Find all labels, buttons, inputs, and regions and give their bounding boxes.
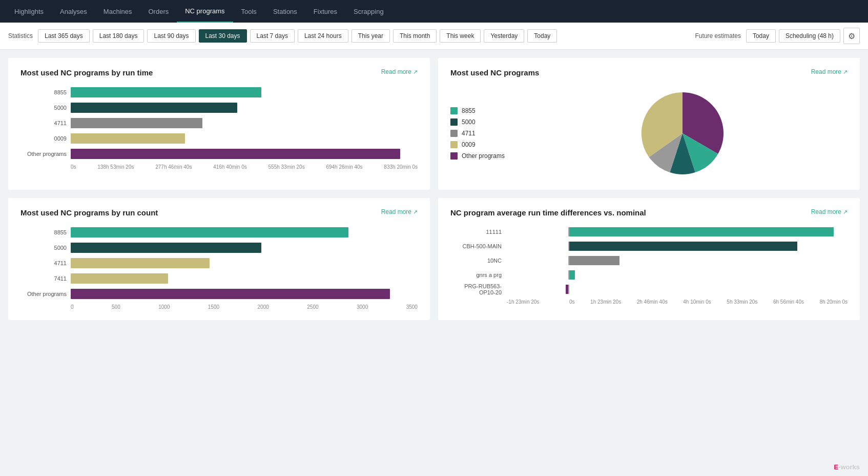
axis-label: 500 (112, 304, 120, 310)
axis-label: 0s (71, 164, 76, 170)
list-item: 0009 (450, 141, 505, 148)
bar-track (71, 289, 418, 299)
bar (71, 289, 390, 299)
bar (71, 227, 348, 237)
nav-stations[interactable]: Stations (265, 0, 305, 23)
bar-track (71, 243, 418, 253)
filter-this-month[interactable]: This month (393, 29, 437, 43)
nav-nc-programs[interactable]: NC programs (177, 0, 233, 23)
bar (71, 273, 168, 284)
filter-scheduling[interactable]: Scheduling (48 h) (779, 29, 840, 43)
bar-track (507, 270, 848, 280)
pos-zone (569, 242, 848, 251)
filter-this-year[interactable]: This year (352, 29, 390, 43)
table-row: 5000 (20, 103, 418, 113)
bar-axis: 0 500 1000 1500 2000 2500 3000 3500 (71, 304, 418, 310)
nav-orders[interactable]: Orders (140, 0, 177, 23)
axis-label: 833h 20min 0s (384, 164, 418, 170)
legend-color (450, 130, 458, 137)
axis-label: 1500 (208, 304, 219, 310)
legend-label: 4711 (462, 130, 476, 137)
bar-label: 5000 (20, 245, 67, 251)
bar-label: Other programs (20, 291, 67, 297)
filter-last24h[interactable]: Last 24 hours (298, 29, 348, 43)
chart-pie-read-more[interactable]: Read more (811, 68, 848, 75)
statistics-section: Statistics Last 365 days Last 180 days L… (8, 29, 557, 43)
axis-label: 3500 (406, 304, 418, 310)
chart-pie-title: Most used NC programs (450, 68, 539, 77)
bar-track (71, 103, 418, 113)
filter-last90[interactable]: Last 90 days (147, 29, 195, 43)
table-row: Other programs (20, 149, 418, 159)
pos-zone (569, 227, 848, 236)
list-item: 4711 (450, 130, 505, 137)
bar (569, 270, 575, 280)
main-content: Most used NC programs by run time Read m… (0, 50, 868, 328)
nav-highlights[interactable]: Highlights (6, 0, 52, 23)
neg-zone (507, 285, 568, 294)
bar (569, 256, 619, 265)
table-row: gnrs a prg (507, 270, 848, 280)
axis-label: 694h 26min 40s (326, 164, 362, 170)
table-row: 4711 (20, 118, 418, 128)
bar-track (507, 242, 848, 251)
list-item: Other programs (450, 152, 505, 160)
neg-zone (507, 227, 568, 236)
filter-last180[interactable]: Last 180 days (93, 29, 144, 43)
chart-run-time-read-more[interactable]: Read more (381, 68, 418, 75)
table-row: 4711 (20, 258, 418, 268)
bar-chart-run-time: 8855 5000 4711 0009 (20, 87, 418, 170)
pos-zone (569, 285, 848, 294)
settings-button[interactable]: ⚙ (843, 28, 860, 44)
chart-run-diff: NC program average run time differences … (438, 198, 860, 320)
bar-label: 10NC (450, 257, 502, 264)
bar (71, 258, 210, 268)
bar (71, 149, 400, 159)
axis-label: 1000 (158, 304, 170, 310)
nav-analyses[interactable]: Analyses (52, 0, 95, 23)
bar (71, 103, 237, 113)
pos-zone (569, 270, 848, 280)
axis-label: 4h 10min 0s (683, 299, 711, 305)
filter-yesterday[interactable]: Yesterday (484, 29, 524, 43)
legend-color (450, 118, 458, 126)
legend-color (450, 141, 458, 148)
nav-scrapping[interactable]: Scrapping (345, 0, 392, 23)
chart-run-count-read-more[interactable]: Read more (381, 208, 418, 215)
chart-run-diff-read-more[interactable]: Read more (811, 208, 848, 215)
filter-last30[interactable]: Last 30 days (199, 29, 247, 43)
bar-label: 5000 (20, 105, 67, 111)
filter-future-today[interactable]: Today (746, 29, 776, 43)
bar (569, 242, 797, 251)
legend-label: 5000 (462, 118, 476, 126)
nav-machines[interactable]: Machines (95, 0, 140, 23)
filter-last365[interactable]: Last 365 days (38, 29, 90, 43)
filter-last7[interactable]: Last 7 days (250, 29, 295, 43)
neg-zone (507, 256, 568, 265)
table-row: 0009 (20, 133, 418, 144)
table-row: Other programs (20, 289, 418, 299)
chart-run-count-title: Most used NC programs by run count (20, 208, 158, 217)
nav-fixtures[interactable]: Fixtures (305, 0, 345, 23)
table-row: CBH-500-MAIN (507, 242, 848, 251)
bar (71, 118, 202, 128)
filter-this-week[interactable]: This week (440, 29, 481, 43)
axis-label: 8h 20min 0s (820, 299, 848, 305)
chart-run-time: Most used NC programs by run time Read m… (8, 58, 430, 190)
nav-tools[interactable]: Tools (233, 0, 265, 23)
bar-track (71, 133, 418, 144)
top-nav: Highlights Analyses Machines Orders NC p… (0, 0, 868, 23)
filter-today-stats[interactable]: Today (527, 29, 557, 43)
legend-label: 0009 (462, 141, 476, 148)
future-estimates-section: Future estimates Today Scheduling (48 h)… (695, 28, 860, 44)
list-item: 8855 (450, 107, 505, 114)
bar-axis: 0s 138h 53min 20s 277h 46min 40s 416h 40… (71, 164, 418, 170)
pie-section: 8855 5000 4711 0009 Other programs (450, 87, 848, 180)
chart-pie-header: Most used NC programs Read more (450, 68, 848, 79)
axis-label: 138h 53min 20s (97, 164, 134, 170)
table-row: 8855 (20, 87, 418, 97)
bar-track (71, 149, 418, 159)
chart-run-time-header: Most used NC programs by run time Read m… (20, 68, 418, 79)
bar-track (507, 227, 848, 236)
bar-label: 11111 (450, 229, 502, 235)
